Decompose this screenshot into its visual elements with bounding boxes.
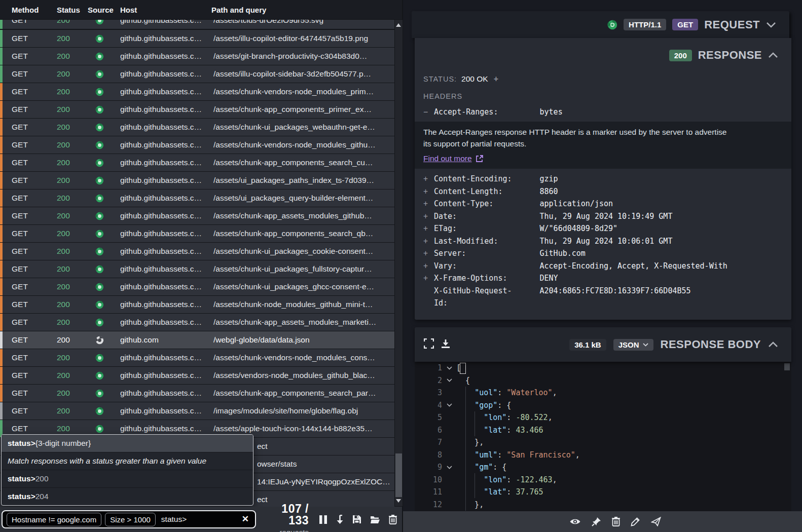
suggestion-option[interactable]: status>200 (2, 470, 253, 488)
send-button[interactable] (651, 517, 661, 526)
table-row[interactable]: GET 200 github.githubassets.c… /assets/c… (0, 225, 394, 242)
save-button[interactable] (352, 515, 361, 524)
fold-toggle[interactable] (442, 399, 456, 412)
source-cell (95, 230, 120, 238)
method-cell: GET (12, 335, 57, 345)
table-row[interactable]: GET 200 github.githubassets.c… /assets/i… (0, 65, 394, 83)
expand-header-icon[interactable]: + (423, 185, 434, 198)
expand-header-icon[interactable]: + (423, 222, 434, 235)
table-row[interactable]: GET 200 github.com /webgl-globe/data/dat… (0, 331, 394, 349)
clear-all-button[interactable] (389, 515, 397, 524)
expand-header-icon[interactable]: + (423, 210, 434, 223)
header-row[interactable]: + Date: Thu, 29 Aug 2024 10:19:49 GMT (415, 210, 791, 223)
response-body-editor[interactable]: 1 [2 {3 "uol": "Waterloo",4 "gop": {5 "l… (415, 362, 791, 511)
expand-body-button[interactable] (424, 338, 434, 351)
find-out-more-link[interactable]: Find out more (423, 154, 733, 163)
fold-toggle[interactable] (442, 461, 456, 474)
table-row[interactable]: GET 200 github.githubassets.c… /assets/c… (0, 243, 394, 260)
expand-header-icon[interactable]: + (423, 272, 434, 285)
delete-button[interactable] (612, 517, 620, 526)
status-cell: 200 (57, 353, 95, 362)
chevron-up-icon[interactable] (768, 52, 778, 58)
filter-input-box[interactable]: Hostname != google.comSize > 1000 status… (2, 510, 256, 528)
fold-toggle[interactable] (442, 362, 456, 374)
expand-header-icon[interactable]: + (423, 235, 434, 248)
filter-input-text[interactable]: status> (161, 515, 187, 524)
add-status-icon[interactable]: + (494, 74, 498, 84)
header-row[interactable]: + Content-Length: 8860 (415, 185, 791, 198)
list-scrollbar[interactable] (395, 20, 403, 506)
table-row[interactable]: GET 200 github.githubassets.c… /assets/c… (0, 278, 394, 295)
expand-header-icon[interactable]: + (423, 173, 434, 185)
fold-chevron-icon[interactable] (447, 378, 452, 382)
request-section-header[interactable]: HTTP/1.1 GET REQUEST (412, 11, 789, 38)
header-row[interactable]: + Server: GitHub.com (415, 247, 791, 260)
table-row[interactable]: GET 200 github.githubassets.c… /assets/c… (0, 207, 394, 224)
header-row[interactable]: X-GitHub-Request-Id: A204:6865:FC7E8D:16… (415, 285, 791, 310)
header-row[interactable]: + X-Frame-Options: DENY (415, 272, 791, 285)
table-row[interactable]: GET 200 github.githubassets.c… /assets/c… (0, 83, 394, 100)
response-body-section-header[interactable]: 36.1 kB JSON RESPONSE BODY (415, 327, 791, 362)
header-row[interactable]: + Last-Modified: Thu, 29 Aug 2024 10:06:… (415, 235, 791, 248)
scroll-down-arrow-icon[interactable] (396, 499, 401, 503)
select-chevron-icon (643, 343, 648, 347)
expand-header-icon[interactable]: + (423, 198, 434, 210)
suggestion-status-gt[interactable]: status>{3-digit number} (2, 435, 253, 452)
table-row[interactable]: GET 200 github.githubassets.c… /assets/v… (0, 367, 394, 384)
source-cell (95, 141, 120, 149)
table-row[interactable]: GET 200 github.githubassets.c… /images/m… (0, 402, 394, 420)
table-row[interactable]: GET 200 github.githubassets.c… /assets/c… (0, 136, 394, 154)
table-row[interactable]: GET 200 github.githubassets.c… /assets/g… (0, 48, 394, 65)
filter-chip[interactable]: Hostname != google.com (7, 513, 101, 526)
header-row-expanded[interactable]: − Accept-Ranges: bytes (415, 106, 791, 119)
suggestion-option[interactable]: status>204 (2, 488, 253, 505)
view-button[interactable] (569, 517, 581, 526)
header-row[interactable]: + Content-Type: application/json (415, 198, 791, 210)
editor-scrollbar-thumb[interactable] (784, 363, 790, 370)
clear-filters-icon[interactable]: ✕ (242, 514, 249, 524)
download-body-button[interactable] (441, 339, 450, 351)
body-format-select[interactable]: JSON (613, 339, 653, 351)
open-folder-button[interactable] (370, 515, 380, 524)
table-row[interactable]: GET 200 github.githubassets.c… /assets/c… (0, 349, 394, 366)
suggestion-value: 200 (35, 474, 49, 483)
chevron-up-icon[interactable] (768, 341, 778, 348)
fold-toggle[interactable] (442, 374, 456, 387)
table-row[interactable]: GET 200 github.githubassets.c… /assets/t… (0, 20, 394, 29)
fold-chevron-icon[interactable] (447, 403, 452, 407)
fold-chevron-icon[interactable] (447, 466, 452, 469)
fold-chevron-icon[interactable] (447, 366, 452, 370)
table-row[interactable]: GET 200 github.githubassets.c… /assets/c… (0, 385, 394, 402)
find-out-more-label[interactable]: Find out more (423, 154, 472, 163)
table-row[interactable]: GET 200 github.githubassets.c… /assets/i… (0, 30, 394, 47)
expand-header-icon[interactable]: + (423, 260, 434, 273)
table-row[interactable]: GET 200 github.githubassets.c… /assets/u… (0, 172, 394, 189)
jump-to-end-button[interactable] (336, 515, 344, 524)
table-row[interactable]: GET 200 github.githubassets.c… /assets/c… (0, 154, 394, 171)
chrome-source-icon (95, 20, 104, 25)
scrollbar-thumb[interactable] (395, 453, 402, 497)
host-cell: github.githubassets.c… (120, 87, 213, 96)
response-section-header[interactable]: 200 RESPONSE (415, 38, 791, 62)
filter-chip[interactable]: Size > 1000 (105, 513, 156, 526)
table-row[interactable]: GET 200 github.githubassets.c… /assets/c… (0, 314, 394, 331)
table-row[interactable]: GET 200 github.githubassets.c… /assets/c… (0, 260, 394, 278)
table-row[interactable]: GET 200 github.githubassets.c… /assets/c… (0, 119, 394, 136)
pause-button[interactable] (319, 515, 327, 524)
scroll-up-arrow-icon[interactable] (396, 23, 401, 27)
edit-button[interactable] (631, 517, 640, 526)
pin-button[interactable] (592, 517, 601, 526)
table-row[interactable]: GET 200 github.githubassets.c… /assets/c… (0, 296, 394, 313)
header-doc-text: The Accept-Ranges response HTTP header i… (423, 126, 733, 149)
table-row[interactable]: GET 200 github.githubassets.c… /assets/u… (0, 189, 394, 207)
chevron-down-icon[interactable] (766, 22, 776, 28)
path-cell: /assets/chunk-ui_packages_fullstory-capt… (213, 264, 394, 274)
header-row[interactable]: + Vary: Accept-Encoding, Accept, X-Reque… (415, 260, 791, 273)
header-row[interactable]: + ETag: W/"66d04809-8d29" (415, 222, 791, 235)
header-row[interactable]: + Content-Encoding: gzip (415, 173, 791, 185)
collapse-header-icon[interactable]: − (423, 106, 434, 119)
expand-header-icon[interactable]: + (423, 247, 434, 260)
host-cell: github.githubassets.c… (120, 140, 213, 149)
table-row[interactable]: GET 200 github.githubassets.c… /assets/c… (0, 101, 394, 118)
source-cell (95, 88, 120, 96)
